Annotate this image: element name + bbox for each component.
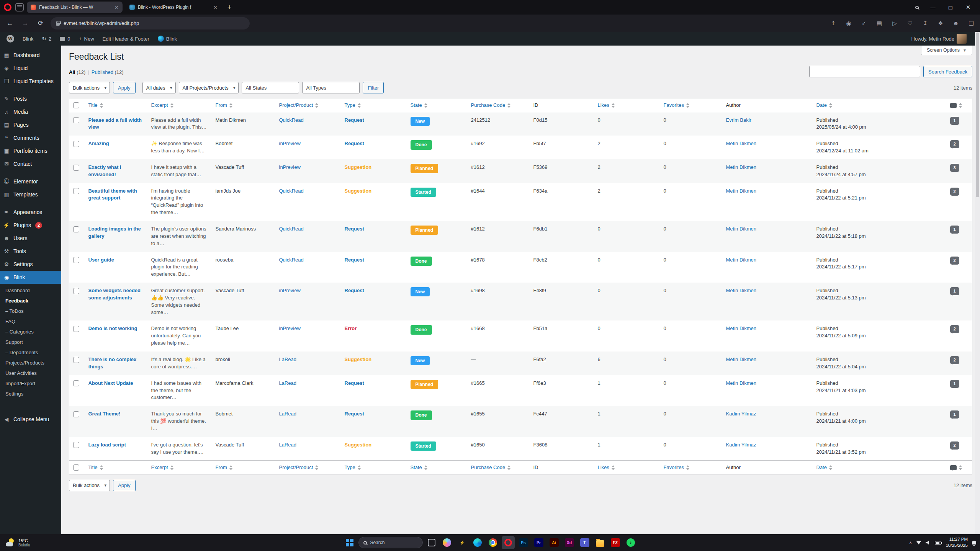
sidebar-item-liquid-templates[interactable]: ❒Liquid Templates — [0, 75, 61, 88]
project-link[interactable]: inPreview — [279, 325, 301, 331]
widgets-icon[interactable]: ⚡ — [456, 536, 469, 549]
volume-icon[interactable] — [926, 541, 931, 545]
sidebar-item-media[interactable]: ♫Media — [0, 105, 61, 118]
feedback-title-link[interactable]: Demo is not working — [88, 325, 137, 331]
back-icon[interactable]: ← — [5, 18, 15, 29]
column-header-purchase[interactable]: Purchase Code — [467, 98, 530, 112]
feedback-title-link[interactable]: Exactly what I envisioned! — [88, 164, 121, 177]
submenu-item-projects-products[interactable]: Projects/Products — [0, 358, 61, 368]
feedback-title-link[interactable]: Beautiful theme with great support — [88, 188, 137, 201]
column-footer-project[interactable]: Project/Product — [275, 461, 341, 474]
comments-count-bubble[interactable]: 2 — [950, 188, 959, 196]
browser-tab-inactive[interactable]: Blink - WordPress Plugin f ✕ — [126, 2, 221, 13]
sidebar-item-settings[interactable]: ⚙Settings — [0, 258, 61, 271]
snapshot-icon[interactable]: ◉ — [844, 19, 853, 28]
column-header-favorites[interactable]: Favorites — [660, 98, 722, 112]
column-header-likes[interactable]: Likes — [594, 98, 660, 112]
column-header-state[interactable]: State — [407, 98, 467, 112]
sidebar-item-blink[interactable]: ◉Blink — [0, 271, 61, 284]
spotify-icon[interactable]: ♪ — [624, 536, 637, 549]
feedback-title-link[interactable]: There is no complex things — [88, 356, 137, 370]
blink-adminbar-menu[interactable]: Blink — [154, 32, 181, 46]
new-content-menu[interactable]: +New — [74, 32, 98, 46]
copilot-icon[interactable] — [440, 536, 453, 549]
screen-options-button[interactable]: Screen Options ▼ — [921, 46, 972, 55]
site-name-menu[interactable]: Blink — [18, 32, 38, 46]
author-link[interactable]: Metin Dikmen — [726, 288, 756, 293]
project-link[interactable]: QuickRead — [279, 257, 304, 263]
browser-scrollbar[interactable] — [975, 32, 980, 534]
column-header-date[interactable]: Date — [813, 98, 946, 112]
column-footer-state[interactable]: State — [407, 461, 467, 474]
edit-header-footer-menu[interactable]: Edit Header & Footer — [98, 32, 154, 46]
column-header-project[interactable]: Project/Product — [275, 98, 341, 112]
taskbar-weather-widget[interactable]: 15°C Bulutlu — [3, 534, 33, 551]
workspace-icon[interactable] — [15, 3, 24, 11]
author-link[interactable]: Kadim Yilmaz — [726, 411, 756, 417]
feedback-title-link[interactable]: Please add a full width view — [88, 117, 142, 130]
project-link[interactable]: LaRead — [279, 442, 297, 448]
comments-count-bubble[interactable]: 1 — [950, 380, 959, 388]
address-bar[interactable]: evmet.net/blink/wp-admin/edit.php — [51, 17, 250, 29]
feedback-title-link[interactable]: Amazing — [88, 141, 109, 146]
xd-icon[interactable]: Xd — [563, 536, 576, 549]
sidebar-item-contact[interactable]: ✉Contact — [0, 157, 61, 170]
submenu-item-feedback[interactable]: Feedback — [0, 296, 61, 306]
sidebar-item-dashboard[interactable]: ▦Dashboard — [0, 49, 61, 62]
tray-chevron-icon[interactable]: ∧ — [909, 540, 912, 545]
all-types-input[interactable] — [302, 82, 360, 93]
battery-icon[interactable] — [935, 541, 941, 544]
sidebar-item-appearance[interactable]: ✒Appearance — [0, 206, 61, 219]
project-link[interactable]: inPreview — [279, 288, 301, 293]
column-header-type[interactable]: Type — [341, 98, 407, 112]
submenu-item-support[interactable]: Support — [0, 337, 61, 347]
feedback-title-link[interactable]: Lazy load script — [88, 442, 126, 448]
sidebar-item-posts[interactable]: ✎Posts — [0, 92, 61, 105]
project-link[interactable]: inPreview — [279, 164, 301, 170]
submenu-item-faq[interactable]: FAQ — [0, 316, 61, 327]
feedback-title-link[interactable]: Great Theme! — [88, 411, 121, 417]
wp-logo-menu[interactable]: W — [2, 32, 18, 46]
all-projects-select[interactable]: All Projects/Products — [179, 82, 239, 93]
column-footer-date[interactable]: Date — [813, 461, 946, 474]
submenu-item-import-export[interactable]: Import/Export — [0, 378, 61, 389]
project-link[interactable]: LaRead — [279, 411, 297, 417]
view-all-link[interactable]: All (12) — [69, 69, 85, 75]
filter-button[interactable]: Filter — [363, 82, 384, 93]
tab-close-icon[interactable]: ✕ — [115, 5, 119, 10]
author-link[interactable]: Evrim Bakir — [726, 117, 751, 123]
row-checkbox[interactable] — [73, 165, 79, 171]
forward-icon[interactable]: → — [20, 18, 31, 29]
comments-count-bubble[interactable]: 2 — [950, 441, 959, 450]
row-checkbox[interactable] — [73, 117, 79, 123]
window-maximize-button[interactable]: ▢ — [942, 0, 959, 15]
apply-button-bottom[interactable]: Apply — [113, 480, 136, 491]
project-link[interactable]: LaRead — [279, 380, 297, 386]
author-link[interactable]: Metin Dikmen — [726, 188, 756, 194]
illustrator-icon[interactable]: Ai — [548, 536, 561, 549]
column-footer-excerpt[interactable]: Excerpt — [147, 461, 212, 474]
project-link[interactable]: inPreview — [279, 141, 301, 146]
feedback-title-link[interactable]: About Next Update — [88, 380, 133, 386]
all-dates-select[interactable]: All dates — [142, 82, 176, 93]
tab-search-icon[interactable] — [910, 2, 923, 13]
row-checkbox[interactable] — [73, 442, 79, 448]
project-link[interactable]: QuickRead — [279, 117, 304, 123]
collapse-menu-button[interactable]: ◀Collapse Menu — [0, 413, 61, 426]
comments-count-bubble[interactable]: 2 — [950, 257, 959, 265]
comments-count-bubble[interactable]: 2 — [950, 325, 959, 333]
row-checkbox[interactable] — [73, 288, 79, 294]
submenu-item-dashboard[interactable]: Dashboard — [0, 285, 61, 296]
window-close-button[interactable]: ✕ — [960, 0, 976, 15]
author-link[interactable]: Metin Dikmen — [726, 164, 756, 170]
notification-bell-icon[interactable] — [972, 541, 976, 544]
sidebar-item-comments[interactable]: ❝Comments — [0, 131, 61, 144]
sidebar-item-tools[interactable]: ⚒Tools — [0, 245, 61, 258]
site-info-lock-icon[interactable] — [56, 23, 60, 26]
sidebar-item-users[interactable]: ☻Users — [0, 232, 61, 245]
sidebar-item-elementor[interactable]: ⒺElementor — [0, 175, 61, 188]
sidebar-item-plugins[interactable]: ⚡Plugins2 — [0, 219, 61, 232]
reload-icon[interactable]: ⟳ — [35, 18, 46, 29]
comments-count-bubble[interactable]: 1 — [950, 287, 959, 295]
column-footer-title[interactable]: Title — [85, 461, 147, 474]
